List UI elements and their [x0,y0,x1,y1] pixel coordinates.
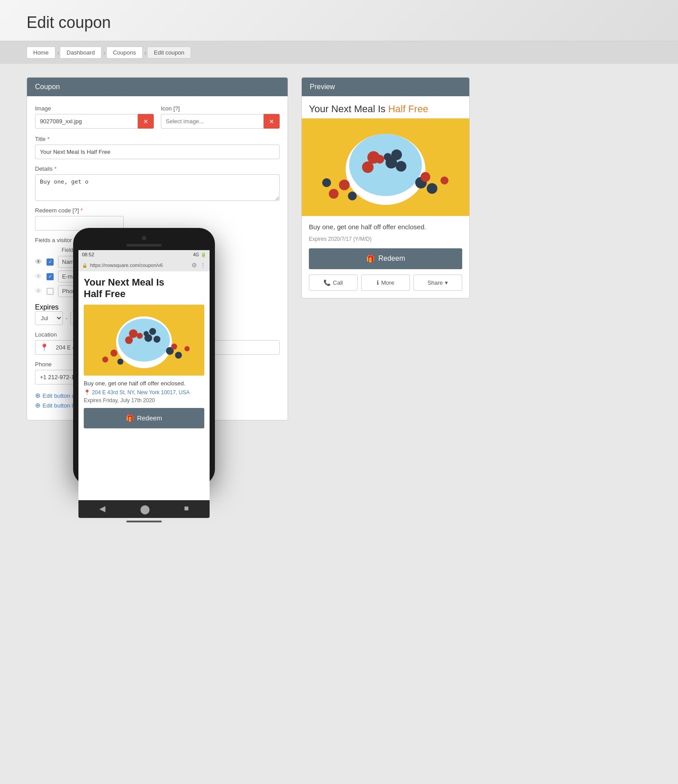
svg-point-26 [384,153,392,161]
svg-point-30 [427,183,437,194]
phone-back-button[interactable]: ◀ [99,504,105,514]
phone-signal: 4G [193,252,199,257]
phone-content: Your Next Meal Is Half Free [78,271,210,500]
svg-point-4 [125,336,132,344]
phone-coupon-location[interactable]: 📍 204 E 43rd St, NY, New York 10017, USA [84,389,204,396]
main-content: Coupon Image ✕ Icon [?] [0,64,678,434]
more-label: More [381,279,394,286]
title-input[interactable] [35,145,280,159]
call-label: Call [333,279,343,286]
checkbox-phone[interactable] [47,288,54,295]
details-textarea[interactable]: Buy one, get o [35,174,280,201]
details-label: Details * [35,165,280,172]
phone-address-bar: 🔒 https://nowsquare.com/coupon/v6 ⚙ ⋮ [78,259,210,271]
svg-point-5 [149,328,156,335]
call-icon: 📞 [323,279,331,286]
settings-icon: ⚙ [191,262,197,269]
breadcrumb-home[interactable]: Home [27,47,55,59]
redeem-code-label: Redeem code [?] * [35,207,280,214]
svg-point-27 [339,180,350,190]
menu-icon: ⋮ [200,262,206,269]
image-icon-row: Image ✕ Icon [?] ✕ [35,105,280,129]
preview-call-button[interactable]: 📞 Call [309,274,358,291]
svg-point-14 [171,344,177,350]
phone-speaker [126,244,162,247]
phone-recent-button[interactable]: ■ [184,504,189,514]
phone-redeem-icon: 🎁 [126,414,134,422]
icon-group: Icon [?] ✕ [161,105,280,129]
expires-month-select[interactable]: Jul Jan Feb Mar Apr May Jun Aug Sep Oct … [35,311,63,325]
phone-camera [142,236,146,240]
image-delete-button[interactable]: ✕ [138,114,154,129]
eye-icon-phone[interactable]: 👁 [35,287,42,295]
preview-redeem-button[interactable]: 🎁 Redeem [309,248,462,269]
more-info-icon: ℹ [377,279,379,286]
svg-point-25 [375,155,384,164]
checkbox-email[interactable] [47,273,54,280]
svg-point-7 [153,336,160,343]
expires-dash: - [66,315,68,322]
icon-input-group: ✕ [161,114,280,129]
svg-point-11 [102,357,109,363]
svg-point-19 [349,134,422,196]
phone-home-button[interactable]: ⬤ [140,504,150,514]
breadcrumb-sep-3: › [144,49,147,56]
preview-panel-header: Preview [302,78,469,96]
phone-overlay: 08:52 4G 🔋 🔒 https://nowsquare.com/coupo… [73,228,215,485]
icon-delete-icon: ✕ [269,118,274,125]
phone-coupon-expires: Expires Friday, July 17th 2020 [84,397,204,404]
preview-panel: Preview Your Next Meal Is Half Free [301,77,470,298]
plus-circle-labels-icon: ⊕ [35,401,41,409]
phone-coupon-title: Your Next Meal Is Half Free [84,277,204,300]
image-group: Image ✕ [35,105,154,129]
eye-icon-name[interactable]: 👁 [35,258,42,266]
phone-url: https://nowsquare.com/coupon/v6 [90,263,189,268]
share-label: Share [428,279,443,286]
svg-point-31 [421,172,430,182]
svg-point-24 [396,161,406,172]
phone-coupon-image [84,305,204,376]
redeem-code-group: Redeem code [?] * [35,207,280,231]
coupon-panel-header: Coupon [27,78,288,96]
phone-top-bar [78,233,210,250]
preview-coupon-title: Your Next Meal Is Half Free [302,96,469,118]
checkbox-name[interactable] [47,259,54,266]
image-input[interactable] [35,114,138,129]
details-group: Details * Buy one, get o [35,165,280,201]
share-chevron-icon: ▾ [445,279,448,286]
icon-input[interactable] [161,114,264,129]
phone-home-bar [126,521,162,522]
breadcrumb-sep-2: › [103,49,105,56]
preview-description: Buy one, get one half off offer enclosed… [302,216,469,234]
preview-share-button[interactable]: Share ▾ [413,274,462,291]
page-title: Edit coupon [27,13,651,32]
phone-status-right: 4G 🔋 [193,252,206,257]
svg-point-28 [329,189,339,199]
svg-point-34 [322,178,331,187]
preview-more-button[interactable]: ℹ More [361,274,410,291]
preview-redeem-label: Redeem [378,255,405,263]
phone-frame: 08:52 4G 🔋 🔒 https://nowsquare.com/coupo… [73,228,215,485]
svg-point-9 [144,331,149,336]
preview-action-buttons: 📞 Call ℹ More Share ▾ [302,274,469,298]
plus-circle-colors-icon: ⊕ [35,392,41,400]
breadcrumb-coupons[interactable]: Coupons [106,47,143,59]
svg-point-10 [110,349,117,357]
breadcrumb-edit-coupon[interactable]: Edit coupon [147,47,191,59]
icon-delete-button[interactable]: ✕ [264,114,280,129]
phone-nav-bar: ◀ ⬤ ■ [78,500,210,518]
svg-point-13 [175,352,182,359]
svg-point-16 [184,346,190,351]
svg-point-15 [117,359,124,365]
preview-expires: Expires 2020/7/17 (Y/M/D) [302,234,469,248]
phone-coupon-desc: Buy one, get one half off offer enclosed… [84,380,204,387]
phone-redeem-label: Redeem [137,414,162,422]
phone-redeem-button[interactable]: 🎁 Redeem [84,408,204,428]
eye-icon-email[interactable]: 👁 [35,273,42,281]
breadcrumb-dashboard[interactable]: Dashboard [60,47,101,59]
lock-icon: 🔒 [82,263,87,268]
breadcrumb-sep-1: › [57,49,59,56]
phone-screen: Your Next Meal Is Half Free [78,271,210,500]
phone-status-bar: 08:52 4G 🔋 [78,250,210,259]
delete-icon: ✕ [143,118,148,125]
